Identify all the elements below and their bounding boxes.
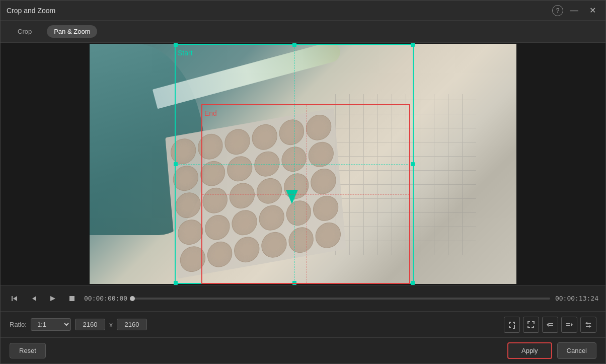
mesh-visual bbox=[335, 94, 476, 255]
well bbox=[312, 194, 339, 223]
fit-icon bbox=[508, 321, 516, 329]
svg-marker-3 bbox=[50, 296, 55, 301]
well bbox=[253, 149, 280, 178]
ratio-label: Ratio: bbox=[10, 321, 27, 328]
well bbox=[197, 132, 224, 161]
apply-button[interactable]: Apply bbox=[507, 342, 552, 359]
current-time-display: 00:00:00:00 bbox=[84, 295, 127, 302]
swap-icon bbox=[584, 321, 592, 329]
well bbox=[315, 221, 342, 250]
well bbox=[231, 208, 258, 237]
footer-actions: Apply Cancel bbox=[507, 342, 596, 359]
timeline-bar: 00:00:00:00 00:00:13:24 bbox=[1, 285, 605, 311]
fullscreen-button[interactable] bbox=[523, 317, 539, 333]
align-right-button[interactable] bbox=[542, 317, 558, 333]
well bbox=[206, 240, 233, 269]
well bbox=[224, 127, 251, 156]
well bbox=[251, 122, 278, 152]
go-start-icon bbox=[11, 295, 18, 302]
fit-button[interactable] bbox=[504, 317, 520, 333]
frame-back-button[interactable] bbox=[27, 292, 41, 306]
dim-separator: x bbox=[109, 321, 113, 329]
align-left-icon bbox=[565, 321, 573, 329]
svg-marker-1 bbox=[13, 296, 17, 301]
height-input[interactable] bbox=[117, 319, 147, 330]
go-to-start-button[interactable] bbox=[8, 292, 22, 306]
swap-button[interactable] bbox=[580, 317, 596, 333]
stop-icon bbox=[68, 295, 75, 302]
minimize-button[interactable]: — bbox=[567, 4, 581, 18]
well bbox=[201, 186, 229, 215]
reset-button[interactable]: Reset bbox=[10, 343, 46, 358]
timeline-track[interactable] bbox=[132, 298, 550, 300]
align-right-icon bbox=[546, 321, 554, 329]
well bbox=[256, 176, 283, 205]
microplate-visual bbox=[165, 108, 346, 278]
svg-rect-5 bbox=[549, 323, 553, 324]
well bbox=[308, 139, 335, 169]
well bbox=[170, 136, 197, 166]
cancel-button[interactable]: Cancel bbox=[557, 342, 596, 359]
title-bar: Crop and Zoom ? — ✕ bbox=[1, 1, 605, 21]
footer-bar: Reset Apply Cancel bbox=[1, 337, 605, 363]
width-input[interactable] bbox=[75, 319, 105, 330]
close-button[interactable]: ✕ bbox=[585, 4, 599, 18]
tab-bar: Crop Pan & Zoom bbox=[1, 21, 605, 43]
window-controls: ? — ✕ bbox=[552, 4, 599, 18]
well bbox=[280, 144, 308, 174]
tab-crop[interactable]: Crop bbox=[11, 25, 39, 38]
well bbox=[199, 159, 226, 188]
controls-bar: Ratio: 1:1 16:9 4:3 9:16 Custom x bbox=[1, 311, 605, 337]
end-time-display: 00:00:13:24 bbox=[555, 295, 598, 302]
play-icon bbox=[49, 295, 56, 302]
well bbox=[204, 213, 231, 242]
well bbox=[179, 245, 206, 274]
fullscreen-icon bbox=[527, 321, 535, 329]
teal-arrow-indicator bbox=[286, 190, 298, 204]
play-button[interactable] bbox=[46, 292, 60, 306]
well bbox=[226, 154, 253, 183]
stop-button[interactable] bbox=[65, 292, 79, 306]
crop-zoom-window: Crop and Zoom ? — ✕ Crop Pan & Zoom bbox=[0, 0, 606, 364]
svg-rect-4 bbox=[69, 296, 74, 301]
ratio-group: Ratio: 1:1 16:9 4:3 9:16 Custom x bbox=[10, 318, 147, 331]
svg-rect-9 bbox=[566, 325, 570, 326]
well bbox=[310, 167, 337, 196]
well bbox=[305, 113, 332, 142]
video-container: Start End bbox=[90, 44, 516, 284]
icon-controls bbox=[504, 317, 596, 333]
well bbox=[278, 117, 305, 147]
preview-area: Start End bbox=[1, 43, 605, 285]
help-button[interactable]: ? bbox=[552, 5, 563, 16]
ratio-select[interactable]: 1:1 16:9 4:3 9:16 Custom bbox=[31, 318, 71, 331]
well bbox=[229, 181, 256, 210]
well bbox=[258, 203, 285, 233]
well bbox=[260, 230, 287, 259]
svg-marker-10 bbox=[571, 323, 573, 327]
align-left-button[interactable] bbox=[561, 317, 577, 333]
svg-marker-7 bbox=[547, 323, 549, 327]
svg-rect-8 bbox=[566, 323, 570, 324]
well bbox=[177, 217, 204, 247]
svg-marker-2 bbox=[32, 296, 36, 301]
well bbox=[233, 235, 260, 264]
window-title: Crop and Zoom bbox=[7, 7, 552, 15]
svg-rect-0 bbox=[12, 296, 13, 301]
svg-rect-6 bbox=[549, 325, 553, 326]
well bbox=[174, 191, 201, 220]
frame-back-icon bbox=[30, 295, 37, 302]
tab-pan-zoom[interactable]: Pan & Zoom bbox=[47, 25, 97, 38]
video-background bbox=[90, 44, 516, 284]
timeline-thumb[interactable] bbox=[130, 296, 135, 301]
well bbox=[172, 164, 199, 193]
well bbox=[287, 226, 315, 255]
